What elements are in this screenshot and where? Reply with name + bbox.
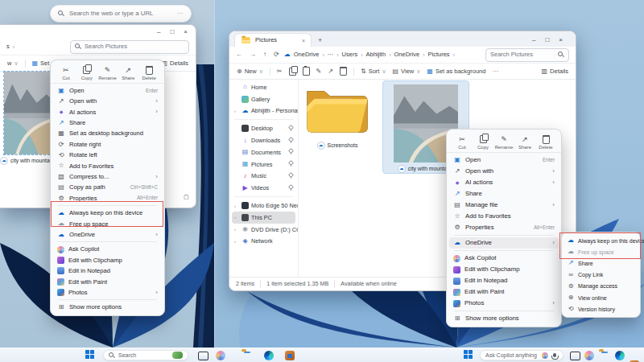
menu-item-show-more-options[interactable]: Show more options <box>447 313 561 324</box>
taskbar-search-box[interactable]: Search <box>103 350 188 360</box>
menu-item-ai-actions[interactable]: AI actions› <box>447 177 561 188</box>
menu-item-always-keep-on-this-device[interactable]: Always keep on this device <box>51 208 164 218</box>
sidebar-item-downloads[interactable]: ↓Downloads <box>232 134 295 146</box>
menu-item-rotate-left[interactable]: Rotate left <box>51 150 164 160</box>
copy-icon[interactable] <box>289 68 296 76</box>
menu-item-open[interactable]: OpenEnter <box>51 85 164 96</box>
delete-button[interactable]: Delete <box>536 135 555 150</box>
folder-tile-screenshots[interactable]: ☁ Screenshots <box>301 81 374 150</box>
chevron-right-icon[interactable]: › <box>234 109 239 113</box>
sidebar-item-videos[interactable]: ▶Videos <box>232 182 295 194</box>
sidebar-item-documents[interactable]: ▤Documents <box>232 146 295 158</box>
details-button[interactable]: ▥Details <box>542 68 569 75</box>
maximize-icon[interactable]: □ <box>545 37 549 43</box>
close-icon[interactable]: × <box>559 37 563 43</box>
chevron-right-icon[interactable]: › <box>234 204 239 208</box>
delete-icon[interactable] <box>340 67 347 76</box>
submenu-item-manage-access[interactable]: Manage access <box>562 281 640 292</box>
rename-button[interactable]: ✎Rename <box>97 66 117 80</box>
minimize-icon[interactable]: – <box>157 29 160 35</box>
menu-item-properties[interactable]: PropertiesAlt+Enter <box>51 193 164 204</box>
sidebar-item-desktop[interactable]: Desktop <box>232 122 295 134</box>
menu-item-open-with[interactable]: Open with› <box>447 166 561 177</box>
close-icon[interactable]: × <box>184 29 188 35</box>
search-box[interactable]: Search Pictures <box>485 48 569 62</box>
breadcrumb[interactable]: ☁ OneDrive› ⋯› Users› Abhijith› OneDrive… <box>284 51 455 58</box>
menu-item-rotate-right[interactable]: Rotate right <box>51 139 164 150</box>
sidebar-item-this-pc[interactable]: ›This PC <box>232 212 295 224</box>
new-tab-icon[interactable]: + <box>318 37 322 47</box>
search-box[interactable]: Search Pictures <box>70 40 189 54</box>
task-view-button[interactable] <box>570 352 580 360</box>
tab-close-icon[interactable]: × <box>302 38 305 43</box>
share-button[interactable]: ↗Share <box>118 66 138 80</box>
menu-item-show-more-options[interactable]: Show more options <box>51 302 164 312</box>
menu-item-onedrive[interactable]: OneDrive› <box>449 237 559 249</box>
details-button[interactable]: ▥ Details <box>162 60 189 67</box>
rename-button[interactable]: ✎Rename <box>494 135 514 150</box>
sidebar-item-phone[interactable]: ›Moto Edge 50 Neo <box>232 200 295 212</box>
submenu-item-free-up-space[interactable]: Free up space <box>562 246 640 257</box>
sidebar-item-network[interactable]: ›◈Network <box>232 236 295 248</box>
minimize-icon[interactable]: – <box>532 37 535 43</box>
menu-item-ai-actions[interactable]: AI actions› <box>51 107 164 117</box>
sidebar-item-music[interactable]: ♪Music <box>232 171 295 183</box>
tab-pictures[interactable]: Pictures × <box>234 33 312 47</box>
menu-item-set-as-desktop-background[interactable]: Set as desktop background <box>51 129 164 139</box>
menu-item-edit-with-clipchamp[interactable]: Edit with Clipchamp <box>51 255 164 265</box>
menu-item-add-to-favorites[interactable]: Add to Favorites <box>51 161 164 171</box>
copy-button[interactable]: Copy <box>77 66 97 80</box>
set-as-background-button[interactable]: ▦Set as background <box>427 68 485 75</box>
menu-item-photos[interactable]: Photos› <box>447 298 561 309</box>
sidebar-item-pictures[interactable]: ▦Pictures <box>232 158 295 171</box>
refresh-icon[interactable]: ⟳ <box>274 51 279 58</box>
copilot-button[interactable] <box>584 351 594 360</box>
menu-item-share[interactable]: Share <box>447 188 561 200</box>
menu-item-onedrive[interactable]: OneDrive› <box>51 229 164 240</box>
cut-button[interactable]: ✂Cut <box>56 66 76 80</box>
menu-item-ask-copilot[interactable]: Ask Copilot <box>447 253 561 264</box>
maximize-icon[interactable]: □ <box>170 29 174 35</box>
edge-button[interactable] <box>615 351 625 360</box>
menu-item-properties[interactable]: PropertiesAlt+Enter <box>447 222 561 233</box>
view-button[interactable]: ▤View∨ <box>393 68 421 75</box>
menu-item-open[interactable]: OpenEnter <box>447 154 561 166</box>
breadcrumb[interactable]: s › <box>6 43 14 50</box>
share-button[interactable]: ↗Share <box>515 135 535 150</box>
sidebar-item-gallery[interactable]: Gallery <box>232 93 295 105</box>
cut-icon[interactable]: ✂ <box>277 68 283 75</box>
cut-button[interactable]: ✂Cut <box>452 135 472 150</box>
more-icon[interactable]: ··· <box>492 68 498 75</box>
submenu-item-always-keep-on-this-device[interactable]: Always keep on this device <box>562 235 640 246</box>
more-icon[interactable]: ··· <box>177 10 184 17</box>
up-icon[interactable]: ↑ <box>263 51 266 58</box>
menu-item-edit-with-paint[interactable]: Edit with Paint <box>51 277 164 287</box>
menu-item-manage-file[interactable]: Manage file› <box>447 200 561 211</box>
menu-item-open-with[interactable]: Open with› <box>51 96 164 106</box>
submenu-item-view-online[interactable]: View online <box>562 292 640 303</box>
copilot-search-box[interactable]: Ask Copilot anything <box>480 350 564 360</box>
copilot-button[interactable] <box>216 351 225 360</box>
menu-item-photos[interactable]: Photos› <box>51 287 164 298</box>
browser-search-bar[interactable]: Search the web or type a URL ··· <box>50 5 192 23</box>
delete-button[interactable]: Delete <box>139 66 159 80</box>
menu-item-edit-with-clipchamp[interactable]: Edit with Clipchamp <box>447 264 561 275</box>
submenu-item-copy-link[interactable]: Copy Link <box>562 269 640 281</box>
chevron-right-icon[interactable]: › <box>234 239 239 244</box>
task-view-button[interactable] <box>198 352 208 360</box>
forward-icon[interactable]: → <box>250 51 256 58</box>
rename-icon[interactable]: ✎ <box>316 68 322 75</box>
sidebar-item-home[interactable]: ⌂Home <box>232 81 295 93</box>
file-tile-city-with-mountains[interactable]: ☁ city with mountains <box>0 72 56 165</box>
sidebar-item-onedrive-personal[interactable]: ›☁Abhijith - Personal <box>232 105 295 117</box>
sidebar-item-dvd-drive[interactable]: ›◉DVD Drive (D:) CCC <box>232 224 295 236</box>
sort-button[interactable]: ⇅Sort∨ <box>361 68 386 75</box>
app-button[interactable] <box>285 351 295 360</box>
chevron-right-icon[interactable]: › <box>234 227 239 232</box>
menu-item-compress-to[interactable]: Compress to...› <box>51 171 164 182</box>
submenu-item-version-history[interactable]: Version history <box>562 303 640 315</box>
new-button[interactable]: ⊕New∨ <box>237 68 263 75</box>
menu-item-edit-with-paint[interactable]: Edit with Paint <box>447 286 561 298</box>
start-button[interactable] <box>464 350 473 359</box>
menu-item-share[interactable]: Share <box>51 117 164 128</box>
